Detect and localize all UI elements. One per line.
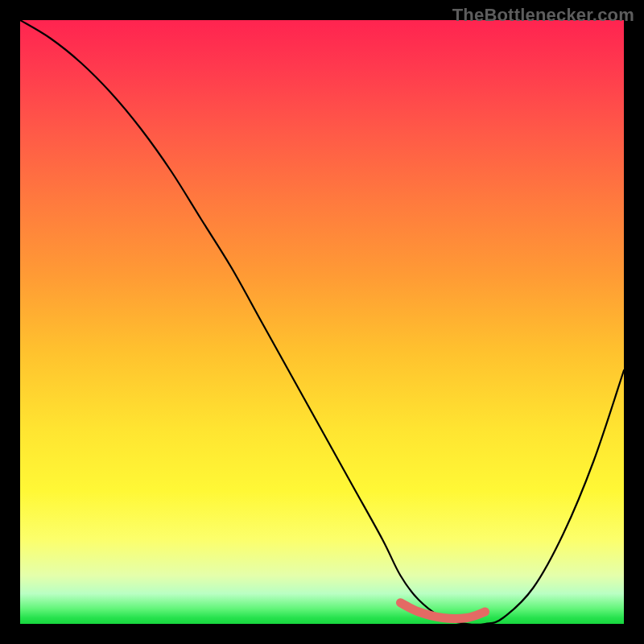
attribution-text: TheBottlenecker.com [452,5,634,26]
chart-frame: TheBottlenecker.com [0,0,644,644]
bottleneck-curve-path [20,20,624,624]
plot-area [20,20,624,624]
chart-svg [20,20,624,624]
optimal-range-highlight [401,603,485,619]
